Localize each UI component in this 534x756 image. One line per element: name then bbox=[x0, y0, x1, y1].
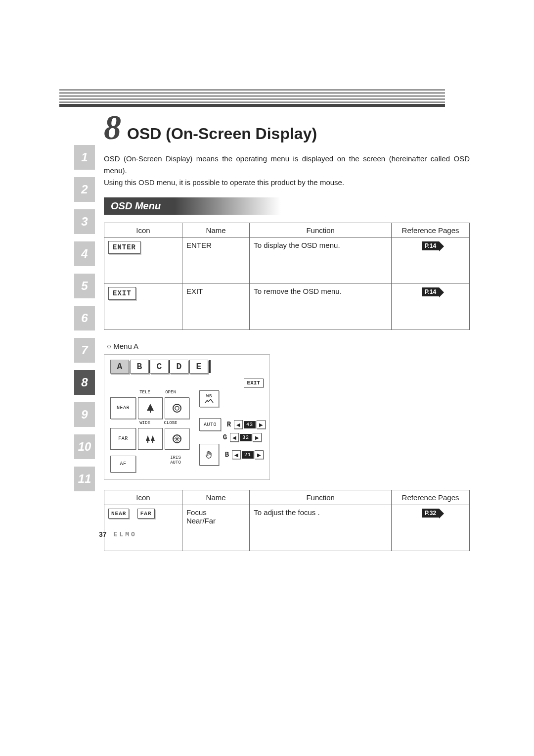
t1-h-name: Name bbox=[182, 223, 249, 238]
iris-open-icon bbox=[171, 402, 183, 415]
osd-tab-d[interactable]: D bbox=[170, 360, 188, 374]
page-footer: 37 ELMO bbox=[99, 530, 137, 538]
enter-icon: ENTER bbox=[108, 241, 140, 254]
sidebar-tab-10[interactable]: 10 bbox=[74, 434, 95, 459]
t2-h-icon: Icon bbox=[104, 490, 182, 505]
t2-h-name: Name bbox=[182, 490, 249, 505]
osd-table-1: Icon Name Function Reference Pages ENTER… bbox=[104, 223, 470, 330]
svg-point-3 bbox=[175, 406, 179, 410]
svg-rect-6 bbox=[147, 441, 148, 443]
svg-marker-5 bbox=[151, 435, 155, 441]
osd-tab-c[interactable]: C bbox=[150, 360, 169, 374]
t2-row-focus: NEAR FAR Focus Near/Far To adjust the fo… bbox=[104, 505, 470, 551]
svg-rect-1 bbox=[150, 411, 151, 413]
t2-ref-0[interactable]: P.32 bbox=[422, 509, 439, 518]
chapter-sidebar: 1 2 3 4 5 6 7 8 9 10 11 bbox=[74, 145, 95, 491]
svg-marker-0 bbox=[147, 404, 154, 411]
b-decrement-button[interactable]: ◀ bbox=[232, 450, 241, 459]
sidebar-tab-8[interactable]: 8 bbox=[74, 370, 95, 395]
hand-icon bbox=[203, 448, 216, 461]
header-stripe bbox=[59, 89, 445, 107]
b-value: 21 bbox=[242, 451, 254, 459]
wb-label: WB bbox=[206, 394, 212, 399]
t1-row-exit: EXIT EXIT To remove the OSD menu. P.14 bbox=[104, 284, 470, 330]
svg-point-2 bbox=[173, 404, 181, 412]
g-decrement-button[interactable]: ◀ bbox=[230, 433, 239, 442]
t1-func-0: To display the OSD menu. bbox=[250, 238, 392, 284]
t2-h-function: Function bbox=[250, 490, 392, 505]
osd-table-2: Icon Name Function Reference Pages NEAR … bbox=[104, 490, 470, 551]
t1-h-icon: Icon bbox=[104, 223, 182, 238]
chapter-title: OSD (On-Screen Display) bbox=[127, 125, 317, 143]
chapter-number: 8 bbox=[104, 114, 121, 142]
sidebar-tab-2[interactable]: 2 bbox=[74, 177, 95, 202]
label-open: OPEN bbox=[159, 390, 182, 395]
label-wide: WIDE bbox=[133, 421, 157, 426]
intro-line1: OSD (On-Screen Display) means the operat… bbox=[104, 154, 470, 175]
t2-h-ref: Reference Pages bbox=[392, 490, 470, 505]
osd-tab-a[interactable]: A bbox=[110, 360, 129, 374]
intro-text: OSD (On-Screen Display) means the operat… bbox=[104, 153, 470, 189]
g-value: 32 bbox=[240, 434, 252, 441]
osd-exit-button[interactable]: EXIT bbox=[244, 378, 264, 387]
t1-h-function: Function bbox=[250, 223, 392, 238]
t1-row-enter: ENTER ENTER To display the OSD menu. P.1… bbox=[104, 238, 470, 284]
one-push-wb-button[interactable] bbox=[199, 444, 219, 466]
g-increment-button[interactable]: ▶ bbox=[253, 433, 262, 442]
t2-func-0: To adjust the focus . bbox=[250, 505, 392, 551]
t1-name-1: EXIT bbox=[182, 284, 249, 330]
osd-tab-b[interactable]: B bbox=[130, 360, 149, 374]
intro-line2: Using this OSD menu, it is possible to o… bbox=[104, 178, 344, 187]
zoom-tele-button[interactable] bbox=[138, 397, 163, 419]
r-label: R bbox=[225, 421, 233, 428]
osd-tab-e[interactable]: E bbox=[189, 360, 208, 374]
trees-zoom-icon bbox=[144, 432, 157, 445]
near-button[interactable]: NEAR bbox=[110, 397, 136, 419]
label-tele: TELE bbox=[133, 390, 157, 395]
page-number: 37 bbox=[99, 530, 107, 538]
far-mini-icon: FAR bbox=[137, 509, 155, 519]
svg-marker-4 bbox=[146, 435, 150, 441]
sidebar-tab-6[interactable]: 6 bbox=[74, 306, 95, 331]
t1-func-1: To remove the OSD menu. bbox=[250, 284, 392, 330]
iris-close-icon bbox=[171, 432, 183, 445]
g-label: G bbox=[221, 433, 229, 441]
r-value: 43 bbox=[244, 421, 256, 428]
iris-auto-label: IRIS AUTO bbox=[164, 456, 187, 466]
t1-ref-1[interactable]: P.14 bbox=[422, 287, 439, 296]
zoom-wide-button[interactable] bbox=[138, 428, 163, 450]
t2-name-0: Focus Near/Far bbox=[182, 505, 249, 551]
osd-menu-a-panel: A B C D E EXIT TELE OPEN NEAR bbox=[104, 354, 270, 480]
sidebar-tab-7[interactable]: 7 bbox=[74, 338, 95, 363]
osd-tab-bar: A B C D E bbox=[110, 360, 264, 374]
t1-h-ref: Reference Pages bbox=[392, 223, 470, 238]
sidebar-tab-9[interactable]: 9 bbox=[74, 402, 95, 427]
section-title: OSD Menu bbox=[104, 197, 281, 215]
sidebar-tab-11[interactable]: 11 bbox=[74, 467, 95, 491]
iris-open-button[interactable] bbox=[165, 397, 189, 419]
t1-name-0: ENTER bbox=[182, 238, 249, 284]
iris-close-button[interactable] bbox=[165, 428, 189, 450]
af-button[interactable]: AF bbox=[110, 456, 136, 472]
t1-ref-0[interactable]: P.14 bbox=[422, 241, 439, 250]
tree-zoom-icon bbox=[144, 402, 157, 415]
wb-button[interactable]: WB bbox=[199, 390, 219, 407]
near-mini-icon: NEAR bbox=[108, 509, 129, 519]
r-increment-button[interactable]: ▶ bbox=[257, 420, 266, 429]
svg-rect-7 bbox=[152, 441, 153, 443]
sidebar-tab-3[interactable]: 3 bbox=[74, 209, 95, 234]
sidebar-tab-1[interactable]: 1 bbox=[74, 145, 95, 170]
label-close: CLOSE bbox=[159, 421, 182, 426]
sidebar-tab-4[interactable]: 4 bbox=[74, 241, 95, 266]
exit-icon: EXIT bbox=[108, 287, 136, 300]
b-label: B bbox=[223, 451, 231, 459]
far-button[interactable]: FAR bbox=[110, 428, 136, 450]
sidebar-tab-5[interactable]: 5 bbox=[74, 274, 95, 298]
auto-wb-button[interactable]: AUTO bbox=[199, 418, 221, 431]
wb-icon bbox=[205, 399, 214, 404]
menu-a-label: ○ Menu A bbox=[107, 342, 470, 350]
r-decrement-button[interactable]: ◀ bbox=[234, 420, 243, 429]
b-increment-button[interactable]: ▶ bbox=[255, 450, 264, 459]
brand-logo: ELMO bbox=[114, 531, 137, 538]
